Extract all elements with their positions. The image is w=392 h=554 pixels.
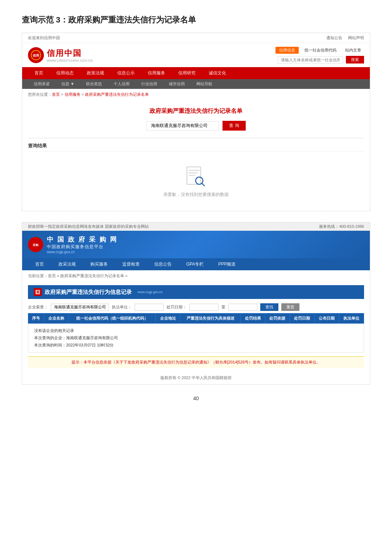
cc-query-button[interactable]: 查 询 bbox=[222, 121, 245, 131]
ccgp-date-end[interactable] bbox=[228, 304, 257, 311]
ccgp-form-row-1: 企业索查： 执法单位： 处罚日期： 至 查找 重置 bbox=[28, 303, 364, 311]
ccgp-nav-supervise[interactable]: 监督检查 bbox=[115, 258, 147, 270]
cc-logo-text: 信用中国 WWW.CREDITCHINA.GOV.CN bbox=[47, 48, 93, 62]
cc-nav-info[interactable]: 信息公示 bbox=[111, 67, 141, 79]
cc-nav-service[interactable]: 信用服务 bbox=[141, 67, 172, 79]
cc-nav2-industry[interactable]: 行业信用 bbox=[135, 79, 163, 89]
ccgp-hotline: 服务热线：400-810-1996 bbox=[319, 224, 364, 229]
cc-header-main: 信用 信用中国 WWW.CREDITCHINA.GOV.CN 信用信息 统一社会… bbox=[22, 43, 370, 67]
cc-result-title: 查询结果 bbox=[28, 143, 364, 152]
cc-nav-culture[interactable]: 诚信文化 bbox=[202, 67, 233, 79]
cc-logo-url: WWW.CREDITCHINA.GOV.CN bbox=[47, 59, 93, 62]
svg-rect-2 bbox=[189, 170, 200, 171]
empty-icon bbox=[183, 163, 209, 189]
ccgp-nav: 首页 政采法规 购买服务 监督检查 信息公告 GPA专栏 PPP频道 bbox=[22, 258, 370, 270]
cc-bc-service[interactable]: 信用服务 bbox=[65, 92, 81, 97]
creditchina-screenshot: 欢迎来到信用中国 通知公告 网站声明 信用 信用中国 WWW.CREDITCHI… bbox=[22, 33, 370, 211]
cc-tab-social[interactable]: 统一社会信用代码 bbox=[302, 47, 339, 54]
ccgp-empty-line2: 本次查询的企业：海南联通克服尽咨询有限公司 bbox=[34, 335, 358, 342]
cc-logo-icon: 信用 bbox=[28, 47, 44, 63]
ccgp-input-company[interactable] bbox=[51, 304, 109, 311]
ccgp-title-text: 政府采购严重违法失信行为信息记录 bbox=[45, 289, 132, 296]
ccgp-nav-law[interactable]: 政采法规 bbox=[51, 258, 83, 270]
ccgp-reset-button[interactable]: 重置 bbox=[281, 303, 299, 311]
ccgp-logo-cn-line2: 中国政府购买服务信息平台 bbox=[47, 244, 118, 250]
cc-notice-link[interactable]: 通知公告 bbox=[326, 35, 342, 41]
cc-nav-policy[interactable]: 政策法规 bbox=[80, 67, 111, 79]
ccgp-footer: 版权所有 © 2022 中华人民共和国财政部 bbox=[22, 372, 370, 384]
ccgp-th-pub-date: 公布日期 bbox=[314, 313, 339, 324]
ccgp-nav-home[interactable]: 首页 bbox=[28, 258, 51, 270]
cc-nav2-city[interactable]: 城市信用 bbox=[163, 79, 191, 89]
ccgp-input-dept[interactable] bbox=[135, 304, 164, 311]
cc-bc-home[interactable]: 首页 bbox=[52, 92, 60, 97]
cc-query-form: 查 询 bbox=[28, 121, 364, 131]
cc-nav-home[interactable]: 首页 bbox=[28, 67, 50, 79]
ccgp-th-behavior: 严重违法失信行为具体描述 bbox=[180, 313, 240, 324]
cc-nav-news[interactable]: 信用动态 bbox=[50, 67, 80, 79]
ccgp-th-addr: 企业地址 bbox=[156, 313, 180, 324]
ccgp-screenshot: 财政部唯一指定政府采购信息网络发布媒体 国家政府的采购专业网站 服务热线：400… bbox=[22, 222, 370, 385]
cc-query-input[interactable] bbox=[146, 121, 219, 131]
page-number: 40 bbox=[22, 395, 370, 401]
cc-nav2-personal[interactable]: 个人信用 bbox=[108, 79, 135, 89]
cc-logo: 信用 信用中国 WWW.CREDITCHINA.GOV.CN bbox=[28, 47, 93, 63]
ccgp-nav-notice[interactable]: 信息公告 bbox=[147, 258, 179, 270]
ccgp-date-sep: 至 bbox=[221, 304, 225, 310]
ccgp-label-date: 处罚日期： bbox=[167, 304, 187, 310]
ccgp-date-start[interactable] bbox=[189, 304, 219, 311]
cc-disclaimer-link[interactable]: 网站声明 bbox=[348, 35, 364, 41]
cc-search-button[interactable]: 搜索 bbox=[346, 56, 364, 63]
ccgp-logo-area: 采购 中 国 政 府 采 购 网 中国政府购买服务信息平台 www.ccgp.g… bbox=[28, 235, 118, 254]
svg-text:信用: 信用 bbox=[32, 54, 39, 57]
ccgp-empty-msg: 没有该企业的相关记录 本次查询的企业：海南联通克服尽咨询有限公司 本次查询的时间… bbox=[34, 327, 358, 349]
ccgp-th-punish-date: 处罚日期 bbox=[290, 313, 314, 324]
ccgp-content: 采 政府采购严重违法失信行为信息记录 www.ccgp.gov.cn 企业索查：… bbox=[22, 282, 370, 372]
cc-tab-credit[interactable]: 信用信息 bbox=[275, 47, 299, 54]
ccgp-search-button[interactable]: 查找 bbox=[260, 303, 278, 311]
cc-breadcrumb: 您所在位置：首页 > 信用服务 > 政府采购严重违法失信行为记录名单 bbox=[22, 89, 370, 100]
cc-search-row: 搜索 bbox=[278, 56, 364, 63]
cc-welcome: 欢迎来到信用中国 bbox=[28, 35, 60, 41]
ccgp-title-icon: 采 bbox=[34, 288, 42, 296]
ccgp-th-dept: 执法单位 bbox=[339, 313, 364, 324]
cc-nav2-info[interactable]: 信息 ▼ bbox=[56, 79, 80, 89]
ccgp-header: 采购 中 国 政 府 采 购 网 中国政府购买服务信息平台 www.ccgp.g… bbox=[22, 231, 370, 258]
ccgp-nav-buy[interactable]: 购买服务 bbox=[83, 258, 115, 270]
cc-nav2-reward[interactable]: 联合奖惩 bbox=[80, 79, 108, 89]
cc-tab-site[interactable]: 站内文章 bbox=[342, 47, 364, 54]
ccgp-breadcrumb: 当前位置：首页 » 政府采购严重违法失信行为记录名单 » bbox=[22, 270, 370, 282]
main-title: 查询示范 3：政府采购严重违法失信行为记录名单 bbox=[22, 15, 370, 25]
cc-nav-research[interactable]: 信用研究 bbox=[172, 67, 202, 79]
cc-nav2-promise[interactable]: 信用承诺 bbox=[28, 79, 56, 89]
svg-rect-4 bbox=[189, 175, 195, 176]
ccgp-empty-line3: 本次查询的时间：2022年03月07日 10时32分 bbox=[34, 342, 358, 349]
svg-text:采购: 采购 bbox=[33, 243, 38, 247]
cc-empty-state: 亲爱歉，没有找到您要搜索的数据 bbox=[28, 157, 364, 204]
cc-empty-text: 亲爱歉，没有找到您要搜索的数据 bbox=[163, 192, 229, 198]
ccgp-nav-ppp[interactable]: PPP频道 bbox=[211, 258, 243, 270]
ccgp-top-bar: 财政部唯一指定政府采购信息网络发布媒体 国家政府的采购专业网站 服务热线：400… bbox=[22, 222, 370, 231]
cc-content: 政府采购严重违法失信行为记录名单 查 询 查询结果 bbox=[22, 100, 370, 211]
cc-logo-cn: 信用中国 bbox=[47, 48, 93, 59]
ccgp-label-company: 企业索查： bbox=[28, 304, 48, 310]
ccgp-th-seq: 序号 bbox=[28, 313, 44, 324]
ccgp-logo-url: www.ccgp.gov.cn bbox=[47, 250, 118, 254]
svg-line-7 bbox=[202, 183, 204, 186]
ccgp-nav-gpa[interactable]: GPA专栏 bbox=[179, 258, 211, 270]
cc-result-section: 查询结果 亲爱歉，没有找到您要搜索的数据 bbox=[28, 138, 364, 204]
svg-text:采: 采 bbox=[36, 290, 40, 294]
svg-rect-3 bbox=[189, 172, 197, 173]
cc-nav2-sitemap[interactable]: 网站导航 bbox=[191, 79, 218, 89]
cc-top-bar: 欢迎来到信用中国 通知公告 网站声明 bbox=[22, 33, 370, 43]
ccgp-notice: 提示：本平台信息依据《关于下发政府采购严重违法失信行为信息记录的通知》（财办库[… bbox=[28, 356, 364, 368]
cc-nav-red: 首页 信用动态 政策法规 信息公示 信用服务 信用研究 诚信文化 bbox=[22, 67, 370, 79]
ccgp-table-header-row: 序号 企业名称 统一社会信用代码（统一组织机构代码） 企业地址 严重违法失信行为… bbox=[28, 313, 364, 324]
cc-search-input[interactable] bbox=[278, 56, 343, 63]
ccgp-top-desc: 财政部唯一指定政府采购信息网络发布媒体 国家政府的采购专业网站 bbox=[28, 224, 149, 229]
cc-page-title: 政府采购严重违法失信行为记录名单 bbox=[28, 107, 364, 115]
ccgp-empty-row: 没有该企业的相关记录 本次查询的企业：海南联通克服尽咨询有限公司 本次查询的时间… bbox=[28, 324, 364, 353]
cc-search-area: 信用信息 统一社会信用代码 站内文章 搜索 bbox=[100, 47, 364, 63]
ccgp-logo-text: 中 国 政 府 采 购 网 中国政府购买服务信息平台 www.ccgp.gov.… bbox=[47, 235, 118, 254]
ccgp-label-dept: 执法单位： bbox=[112, 304, 132, 310]
